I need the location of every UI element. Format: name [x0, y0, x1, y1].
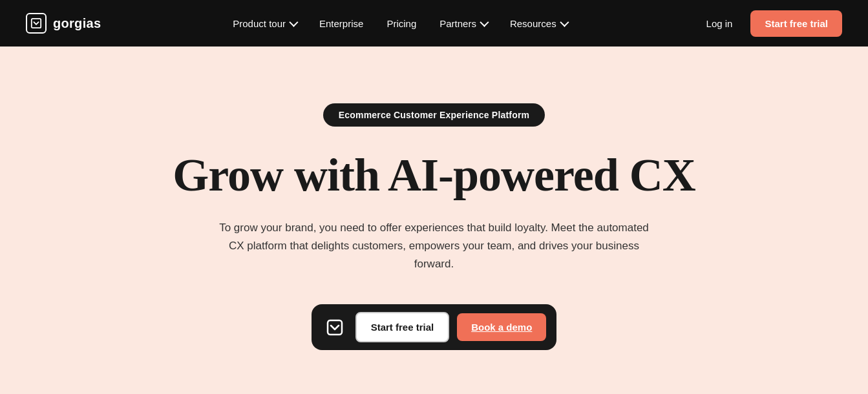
svg-rect-1 [328, 320, 342, 335]
nav-item-pricing[interactable]: Pricing [377, 13, 425, 34]
hero-book-demo-button[interactable]: Book a demo [457, 313, 546, 341]
logo-link[interactable]: gorgias [26, 13, 101, 34]
nav-label-product-tour: Product tour [233, 18, 286, 29]
nav-actions: Log in Start free trial [699, 10, 842, 37]
nav-item-partners[interactable]: Partners [430, 13, 496, 34]
cta-bar: Start free trial Book a demo [312, 304, 557, 350]
nav-item-resources[interactable]: Resources [501, 13, 576, 34]
logo-svg [30, 17, 42, 29]
hero-title: Grow with AI-powered CX [173, 150, 695, 201]
nav-label-partners: Partners [439, 18, 476, 29]
nav-link-pricing[interactable]: Pricing [377, 13, 425, 34]
chevron-down-icon [289, 18, 298, 27]
nav-link-resources[interactable]: Resources [501, 13, 576, 34]
hero-badge-text: Ecommerce Customer Experience Platform [339, 110, 530, 120]
svg-rect-0 [32, 19, 41, 28]
nav-item-product-tour[interactable]: Product tour [224, 13, 305, 34]
nav-start-trial-button[interactable]: Start free trial [750, 10, 842, 37]
nav-label-enterprise: Enterprise [319, 18, 363, 29]
chevron-down-icon [560, 18, 569, 27]
hero-subtitle: To grow your brand, you need to offer ex… [215, 219, 654, 273]
nav-link-enterprise[interactable]: Enterprise [310, 13, 372, 34]
nav-links: Product tour Enterprise Pricing Partners… [224, 13, 575, 34]
hero-start-trial-button[interactable]: Start free trial [355, 312, 450, 342]
nav-label-resources: Resources [510, 18, 556, 29]
hero-badge: Ecommerce Customer Experience Platform [323, 103, 545, 127]
chevron-down-icon [480, 18, 489, 27]
logo-icon [26, 13, 47, 34]
cta-bar-icon [322, 315, 348, 340]
navbar: gorgias Product tour Enterprise Pricing … [0, 0, 868, 47]
nav-link-partners[interactable]: Partners [430, 13, 496, 34]
nav-label-pricing: Pricing [386, 18, 416, 29]
hero-section: Ecommerce Customer Experience Platform G… [0, 47, 868, 394]
nav-item-enterprise[interactable]: Enterprise [310, 13, 372, 34]
login-link[interactable]: Log in [699, 13, 741, 34]
gorgias-icon-svg [326, 318, 344, 337]
logo-text: gorgias [53, 16, 101, 31]
nav-link-product-tour[interactable]: Product tour [224, 13, 305, 34]
